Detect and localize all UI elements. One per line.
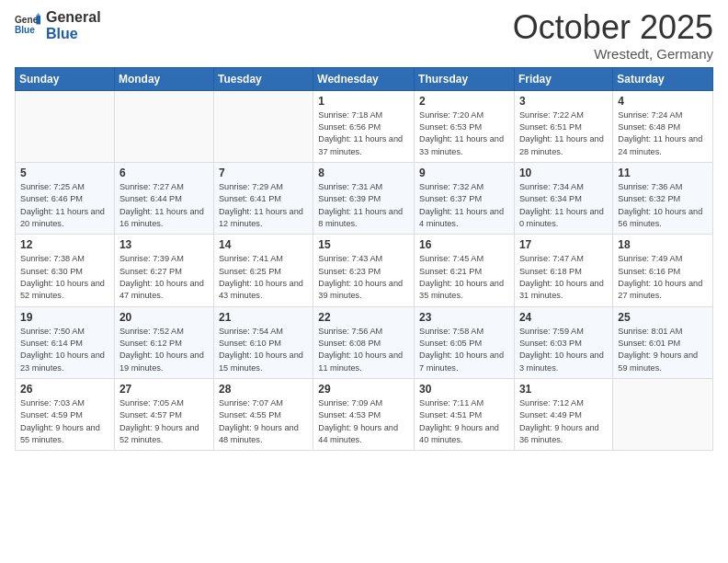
day-number: 15 bbox=[318, 238, 409, 251]
day-number: 19 bbox=[20, 311, 109, 324]
calendar-day-cell: 30Sunrise: 7:11 AM Sunset: 4:51 PM Dayli… bbox=[415, 379, 515, 451]
calendar-day-cell: 26Sunrise: 7:03 AM Sunset: 4:59 PM Dayli… bbox=[16, 379, 115, 451]
logo-general-text: General bbox=[46, 9, 101, 26]
logo-blue-text: Blue bbox=[46, 26, 101, 42]
day-info: Sunrise: 7:54 AM Sunset: 6:10 PM Dayligh… bbox=[219, 326, 308, 374]
day-number: 29 bbox=[318, 383, 409, 396]
day-number: 27 bbox=[119, 383, 209, 396]
calendar-day-cell bbox=[114, 90, 213, 162]
day-info: Sunrise: 7:41 AM Sunset: 6:25 PM Dayligh… bbox=[219, 253, 308, 302]
day-number: 9 bbox=[419, 167, 509, 179]
calendar-day-cell bbox=[213, 90, 313, 162]
calendar-day-cell: 19Sunrise: 7:50 AM Sunset: 6:14 PM Dayli… bbox=[16, 306, 115, 378]
day-number: 13 bbox=[119, 238, 209, 251]
day-number: 23 bbox=[419, 311, 509, 324]
col-saturday: Saturday bbox=[613, 67, 713, 90]
calendar-day-cell: 18Sunrise: 7:49 AM Sunset: 6:16 PM Dayli… bbox=[613, 235, 713, 306]
calendar-day-cell: 23Sunrise: 7:58 AM Sunset: 6:05 PM Dayli… bbox=[415, 306, 515, 378]
col-wednesday: Wednesday bbox=[313, 67, 415, 90]
day-number: 3 bbox=[519, 95, 608, 108]
day-info: Sunrise: 7:34 AM Sunset: 6:34 PM Dayligh… bbox=[519, 181, 608, 230]
day-info: Sunrise: 7:32 AM Sunset: 6:37 PM Dayligh… bbox=[419, 181, 509, 230]
day-info: Sunrise: 7:07 AM Sunset: 4:55 PM Dayligh… bbox=[219, 397, 308, 446]
calendar-day-cell: 1Sunrise: 7:18 AM Sunset: 6:56 PM Daylig… bbox=[313, 90, 415, 162]
day-number: 10 bbox=[519, 167, 608, 179]
day-number: 28 bbox=[219, 383, 308, 396]
day-info: Sunrise: 7:43 AM Sunset: 6:23 PM Dayligh… bbox=[318, 253, 409, 302]
calendar-day-cell: 20Sunrise: 7:52 AM Sunset: 6:12 PM Dayli… bbox=[114, 306, 213, 378]
col-monday: Monday bbox=[114, 67, 213, 90]
day-number: 14 bbox=[219, 238, 308, 251]
calendar-day-cell: 16Sunrise: 7:45 AM Sunset: 6:21 PM Dayli… bbox=[415, 235, 515, 306]
day-number: 2 bbox=[419, 95, 509, 108]
logo: General Blue General Blue bbox=[15, 9, 101, 41]
calendar-day-cell: 6Sunrise: 7:27 AM Sunset: 6:44 PM Daylig… bbox=[114, 162, 213, 234]
svg-marker-2 bbox=[36, 16, 40, 24]
title-block: October 2025 Wrestedt, Germany bbox=[513, 9, 713, 62]
day-info: Sunrise: 7:47 AM Sunset: 6:18 PM Dayligh… bbox=[519, 253, 608, 302]
day-info: Sunrise: 7:31 AM Sunset: 6:39 PM Dayligh… bbox=[318, 181, 409, 230]
day-info: Sunrise: 7:18 AM Sunset: 6:56 PM Dayligh… bbox=[318, 109, 409, 158]
day-info: Sunrise: 7:24 AM Sunset: 6:48 PM Dayligh… bbox=[618, 109, 708, 158]
calendar-day-cell: 17Sunrise: 7:47 AM Sunset: 6:18 PM Dayli… bbox=[514, 235, 612, 306]
calendar-week-row: 12Sunrise: 7:38 AM Sunset: 6:30 PM Dayli… bbox=[16, 235, 713, 306]
day-number: 22 bbox=[318, 311, 409, 324]
day-info: Sunrise: 7:56 AM Sunset: 6:08 PM Dayligh… bbox=[318, 326, 409, 374]
day-number: 11 bbox=[618, 167, 708, 179]
page: General Blue General Blue October 2025 W… bbox=[0, 0, 728, 563]
calendar-day-cell: 13Sunrise: 7:39 AM Sunset: 6:27 PM Dayli… bbox=[114, 235, 213, 306]
calendar-day-cell: 31Sunrise: 7:12 AM Sunset: 4:49 PM Dayli… bbox=[514, 379, 612, 451]
calendar-day-cell: 5Sunrise: 7:25 AM Sunset: 6:46 PM Daylig… bbox=[16, 162, 115, 234]
calendar-day-cell: 28Sunrise: 7:07 AM Sunset: 4:55 PM Dayli… bbox=[213, 379, 313, 451]
day-number: 20 bbox=[119, 311, 209, 324]
day-number: 16 bbox=[419, 238, 509, 251]
col-friday: Friday bbox=[514, 67, 612, 90]
day-info: Sunrise: 7:11 AM Sunset: 4:51 PM Dayligh… bbox=[419, 397, 509, 446]
location-subtitle: Wrestedt, Germany bbox=[513, 46, 713, 62]
calendar-day-cell: 12Sunrise: 7:38 AM Sunset: 6:30 PM Dayli… bbox=[16, 235, 115, 306]
calendar-day-cell: 14Sunrise: 7:41 AM Sunset: 6:25 PM Dayli… bbox=[213, 235, 313, 306]
calendar-day-cell: 25Sunrise: 8:01 AM Sunset: 6:01 PM Dayli… bbox=[613, 306, 713, 378]
calendar-week-row: 5Sunrise: 7:25 AM Sunset: 6:46 PM Daylig… bbox=[16, 162, 713, 234]
calendar-day-cell: 2Sunrise: 7:20 AM Sunset: 6:53 PM Daylig… bbox=[415, 90, 515, 162]
day-info: Sunrise: 7:29 AM Sunset: 6:41 PM Dayligh… bbox=[219, 181, 308, 230]
calendar-header-row: Sunday Monday Tuesday Wednesday Thursday… bbox=[16, 67, 713, 90]
calendar-week-row: 19Sunrise: 7:50 AM Sunset: 6:14 PM Dayli… bbox=[16, 306, 713, 378]
calendar-day-cell: 7Sunrise: 7:29 AM Sunset: 6:41 PM Daylig… bbox=[213, 162, 313, 234]
day-info: Sunrise: 7:27 AM Sunset: 6:44 PM Dayligh… bbox=[119, 181, 209, 230]
day-info: Sunrise: 7:05 AM Sunset: 4:57 PM Dayligh… bbox=[119, 397, 209, 446]
col-thursday: Thursday bbox=[415, 67, 515, 90]
day-number: 8 bbox=[318, 167, 409, 179]
day-info: Sunrise: 7:49 AM Sunset: 6:16 PM Dayligh… bbox=[618, 253, 708, 302]
day-info: Sunrise: 7:59 AM Sunset: 6:03 PM Dayligh… bbox=[519, 326, 608, 374]
calendar-day-cell: 29Sunrise: 7:09 AM Sunset: 4:53 PM Dayli… bbox=[313, 379, 415, 451]
day-info: Sunrise: 7:03 AM Sunset: 4:59 PM Dayligh… bbox=[20, 397, 109, 446]
calendar-week-row: 26Sunrise: 7:03 AM Sunset: 4:59 PM Dayli… bbox=[16, 379, 713, 451]
day-number: 6 bbox=[119, 167, 209, 179]
day-info: Sunrise: 7:22 AM Sunset: 6:51 PM Dayligh… bbox=[519, 109, 608, 158]
day-info: Sunrise: 7:20 AM Sunset: 6:53 PM Dayligh… bbox=[419, 109, 509, 158]
day-number: 5 bbox=[20, 167, 109, 179]
day-info: Sunrise: 8:01 AM Sunset: 6:01 PM Dayligh… bbox=[618, 326, 708, 374]
calendar-day-cell: 15Sunrise: 7:43 AM Sunset: 6:23 PM Dayli… bbox=[313, 235, 415, 306]
day-number: 12 bbox=[20, 238, 109, 251]
calendar-day-cell: 9Sunrise: 7:32 AM Sunset: 6:37 PM Daylig… bbox=[415, 162, 515, 234]
day-number: 7 bbox=[219, 167, 308, 179]
svg-text:Blue: Blue bbox=[15, 24, 35, 34]
day-number: 1 bbox=[318, 95, 409, 108]
calendar-day-cell: 27Sunrise: 7:05 AM Sunset: 4:57 PM Dayli… bbox=[114, 379, 213, 451]
calendar-day-cell: 21Sunrise: 7:54 AM Sunset: 6:10 PM Dayli… bbox=[213, 306, 313, 378]
day-info: Sunrise: 7:38 AM Sunset: 6:30 PM Dayligh… bbox=[20, 253, 109, 302]
day-number: 26 bbox=[20, 383, 109, 396]
day-info: Sunrise: 7:52 AM Sunset: 6:12 PM Dayligh… bbox=[119, 326, 209, 374]
day-info: Sunrise: 7:36 AM Sunset: 6:32 PM Dayligh… bbox=[618, 181, 708, 230]
calendar-day-cell: 11Sunrise: 7:36 AM Sunset: 6:32 PM Dayli… bbox=[613, 162, 713, 234]
day-number: 25 bbox=[618, 311, 708, 324]
calendar-week-row: 1Sunrise: 7:18 AM Sunset: 6:56 PM Daylig… bbox=[16, 90, 713, 162]
day-number: 17 bbox=[519, 238, 608, 251]
day-info: Sunrise: 7:12 AM Sunset: 4:49 PM Dayligh… bbox=[519, 397, 608, 446]
header: General Blue General Blue October 2025 W… bbox=[15, 9, 713, 62]
calendar-day-cell: 4Sunrise: 7:24 AM Sunset: 6:48 PM Daylig… bbox=[613, 90, 713, 162]
calendar-day-cell bbox=[613, 379, 713, 451]
col-tuesday: Tuesday bbox=[213, 67, 313, 90]
